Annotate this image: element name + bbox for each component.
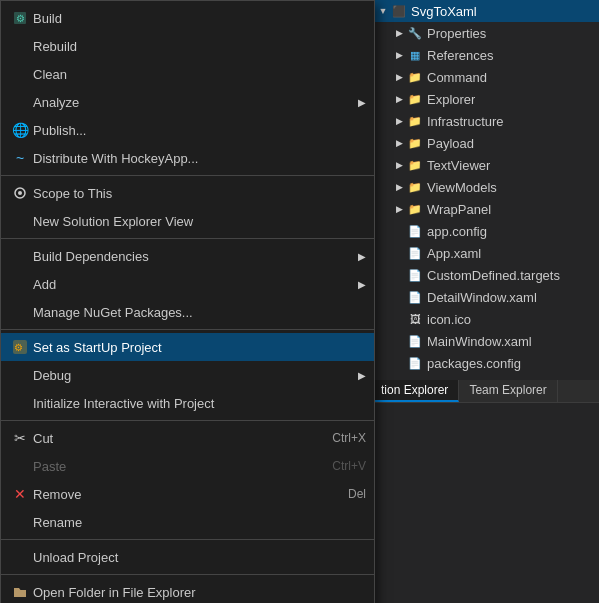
menu-item-build[interactable]: ⚙ Build [1,4,374,32]
divider-6 [1,574,374,575]
tree-item-explorer[interactable]: ▶ 📁 Explorer [371,88,599,110]
menu-item-scope[interactable]: Scope to This [1,179,374,207]
explorer-label: Explorer [427,92,475,107]
menu-item-debug[interactable]: Debug ▶ [1,361,374,389]
divider-4 [1,420,374,421]
menu-item-rename[interactable]: Rename [1,508,374,536]
chevron-viewmodels: ▶ [391,182,407,192]
rebuild-label: Rebuild [31,39,366,54]
tree-item-detailwindow[interactable]: 📄 DetailWindow.xaml [371,286,599,308]
startup-label: Set as StartUp Project [31,340,366,355]
menu-item-publish[interactable]: 🌐 Publish... [1,116,374,144]
file-appxaml-icon: 📄 [407,247,423,260]
menu-item-cut[interactable]: ✂ Cut Ctrl+X [1,424,374,452]
startup-icon: ⚙ [9,339,31,355]
build-deps-arrow: ▶ [358,251,366,262]
icon-label: icon.ico [427,312,471,327]
menu-item-clean[interactable]: Clean [1,60,374,88]
menu-item-rebuild[interactable]: Rebuild [1,32,374,60]
menu-item-add[interactable]: Add ▶ [1,270,374,298]
menu-item-startup[interactable]: ⚙ Set as StartUp Project [1,333,374,361]
remove-shortcut: Del [328,487,366,501]
menu-item-analyze[interactable]: Analyze ▶ [1,88,374,116]
folder-viewmodels-icon: 📁 [407,181,423,194]
folder-explorer-icon: 📁 [407,93,423,106]
mainwindow-label: MainWindow.xaml [427,334,532,349]
properties-folder-icon: 🔧 [407,27,423,40]
wrappanel-label: WrapPanel [427,202,491,217]
tree-item-viewmodels[interactable]: ▶ 📁 ViewModels [371,176,599,198]
textviewer-label: TextViewer [427,158,490,173]
interactive-label: Initialize Interactive with Project [31,396,366,411]
tree-item-references[interactable]: ▶ ▦ References [371,44,599,66]
clean-label: Clean [31,67,366,82]
open-folder-label: Open Folder in File Explorer [31,585,366,600]
chevron-properties: ▶ [391,28,407,38]
packages-label: packages.config [427,356,521,371]
build-deps-label: Build Dependencies [31,249,358,264]
tree-item-wrappanel[interactable]: ▶ 📁 WrapPanel [371,198,599,220]
globe-icon: 🌐 [9,122,31,138]
distribute-label: Distribute With HockeyApp... [31,151,366,166]
solution-explorer-panel: ▼ ⬛ SvgToXaml ▶ 🔧 Properties ▶ ▦ Referen… [370,0,599,603]
menu-item-open-folder[interactable]: Open Folder in File Explorer [1,578,374,603]
menu-item-unload[interactable]: Unload Project [1,543,374,571]
viewmodels-label: ViewModels [427,180,497,195]
chevron-explorer: ▶ [391,94,407,104]
svg-text:⚙: ⚙ [16,13,25,24]
tree-item-command[interactable]: ▶ 📁 Command [371,66,599,88]
scope-label: Scope to This [31,186,366,201]
menu-item-remove[interactable]: ✕ Remove Del [1,480,374,508]
analyze-label: Analyze [31,95,358,110]
project-icon: ⬛ [391,5,407,18]
chevron-command: ▶ [391,72,407,82]
publish-label: Publish... [31,123,366,138]
chevron-references: ▶ [391,50,407,60]
tree-item-mainwindow[interactable]: 📄 MainWindow.xaml [371,330,599,352]
paste-shortcut: Ctrl+V [312,459,366,473]
add-label: Add [31,277,358,292]
tab-solution-explorer[interactable]: tion Explorer [371,380,459,402]
file-icon-icon: 🖼 [407,313,423,325]
tree-item-packages[interactable]: 📄 packages.config [371,352,599,374]
tree-item-root[interactable]: ▼ ⬛ SvgToXaml [371,0,599,22]
paste-label: Paste [31,459,312,474]
menu-item-distribute[interactable]: ~ Distribute With HockeyApp... [1,144,374,172]
tree-item-icon[interactable]: 🖼 icon.ico [371,308,599,330]
folder-command-icon: 📁 [407,71,423,84]
menu-item-paste[interactable]: Paste Ctrl+V [1,452,374,480]
chevron-wrappanel: ▶ [391,204,407,214]
appxaml-label: App.xaml [427,246,481,261]
file-customdefined-icon: 📄 [407,269,423,282]
divider-1 [1,175,374,176]
file-appconfig-icon: 📄 [407,225,423,238]
menu-item-build-deps[interactable]: Build Dependencies ▶ [1,242,374,270]
menu-item-nuget[interactable]: Manage NuGet Packages... [1,298,374,326]
remove-label: Remove [31,487,328,502]
chevron-icon: ▼ [375,6,391,16]
tab-team-explorer[interactable]: Team Explorer [459,380,557,402]
tree-item-textviewer[interactable]: ▶ 📁 TextViewer [371,154,599,176]
tree-item-payload[interactable]: ▶ 📁 Payload [371,132,599,154]
folder-wrappanel-icon: 📁 [407,203,423,216]
menu-item-new-solution-view[interactable]: New Solution Explorer View [1,207,374,235]
tree-item-appconfig[interactable]: 📄 app.config [371,220,599,242]
open-folder-icon [9,584,31,600]
solution-tree: ▼ ⬛ SvgToXaml ▶ 🔧 Properties ▶ ▦ Referen… [371,0,599,374]
divider-5 [1,539,374,540]
tree-item-appxaml[interactable]: 📄 App.xaml [371,242,599,264]
chevron-infrastructure: ▶ [391,116,407,126]
infrastructure-label: Infrastructure [427,114,504,129]
file-detailwindow-icon: 📄 [407,291,423,304]
tree-item-customdefined[interactable]: 📄 CustomDefined.targets [371,264,599,286]
tree-item-infrastructure[interactable]: ▶ 📁 Infrastructure [371,110,599,132]
context-menu: ⚙ Build Rebuild Clean Analyze ▶ 🌐 Publis… [0,0,375,603]
cut-label: Cut [31,431,312,446]
menu-item-interactive[interactable]: Initialize Interactive with Project [1,389,374,417]
customdefined-label: CustomDefined.targets [427,268,560,283]
tree-item-properties[interactable]: ▶ 🔧 Properties [371,22,599,44]
scope-icon [9,185,31,201]
properties-label: Properties [427,26,486,41]
build-icon: ⚙ [9,10,31,26]
references-icon: ▦ [407,49,423,62]
